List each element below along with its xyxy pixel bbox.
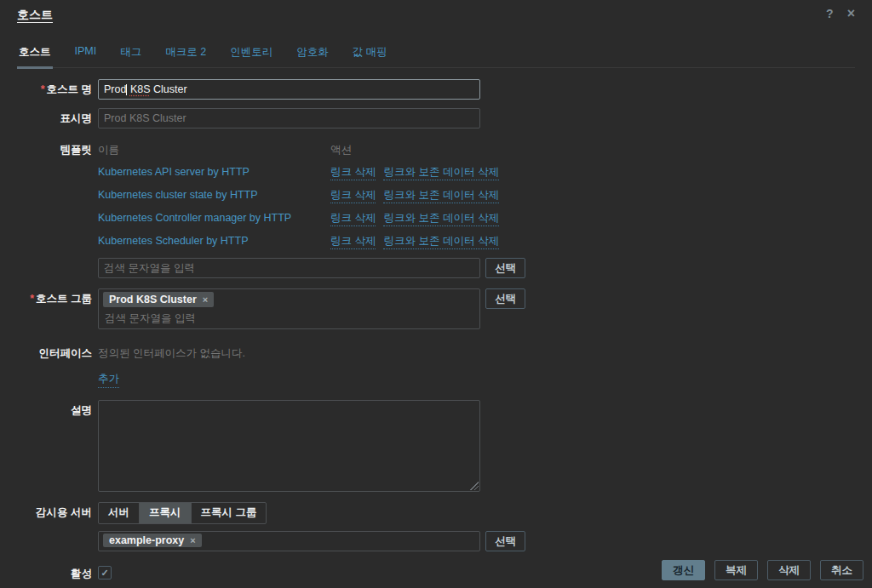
host-config-dialog: 호스트 ? × 호스트 IPMI 태그 매크로 2 인벤토리 암호화 값 매핑 …: [0, 0, 872, 588]
description-label: 설명: [17, 400, 98, 492]
enabled-checkbox[interactable]: ✓: [98, 566, 112, 579]
templates-action-header: 액션: [330, 143, 352, 157]
host-group-chip: Prod K8S Cluster ×: [103, 292, 214, 307]
templates-name-header: 이름: [98, 143, 330, 157]
visible-name-input[interactable]: [98, 108, 480, 128]
unlink-clear-action[interactable]: 링크와 보존 데이터 삭제: [383, 235, 498, 249]
host-name-input[interactable]: Prod K8S Cluster: [98, 79, 480, 100]
misspelled-word: K8S: [130, 83, 151, 95]
tab-bar: 호스트 IPMI 태그 매크로 2 인벤토리 암호화 값 매핑: [17, 41, 855, 68]
monitored-by-label: 감시용 서버: [17, 502, 98, 551]
host-form: *호스트 명 Prod K8S Cluster 표시명 템플릿 이름 액션: [17, 79, 855, 580]
template-row: Kubernetes Scheduler by HTTP 링크 삭제 링크와 보…: [98, 235, 528, 249]
checkmark-icon: ✓: [100, 568, 108, 579]
unlink-clear-action[interactable]: 링크와 보존 데이터 삭제: [383, 166, 498, 180]
host-groups-label: *호스트 그룹: [17, 288, 98, 329]
unlink-action[interactable]: 링크 삭제: [330, 166, 376, 180]
proxy-select-button[interactable]: 선택: [485, 531, 525, 551]
template-link[interactable]: Kubernetes Scheduler by HTTP: [98, 235, 248, 247]
template-row: Kubernetes API server by HTTP 링크 삭제 링크와 …: [98, 166, 528, 180]
dialog-controls: ? ×: [826, 7, 855, 20]
host-name-label: *호스트 명: [17, 79, 98, 100]
proxy-chip: example-proxy ×: [103, 534, 202, 547]
host-name-row: *호스트 명 Prod K8S Cluster: [17, 79, 855, 100]
close-icon[interactable]: ×: [847, 7, 855, 20]
host-groups-placeholder: 검색 문자열을 입력: [103, 311, 475, 326]
interfaces-empty-text: 정의된 인터페이스가 없습니다.: [98, 343, 480, 361]
monitored-by-row: 감시용 서버 서버 프록시 프록시 그룹 example-proxy ×: [17, 502, 855, 551]
monitored-by-option-server[interactable]: 서버: [99, 503, 139, 523]
unlink-clear-action[interactable]: 링크와 보존 데이터 삭제: [383, 189, 498, 203]
visible-name-label: 표시명: [17, 108, 98, 128]
tab-tags[interactable]: 태그: [118, 41, 143, 69]
interface-add-link[interactable]: 추가: [98, 372, 119, 388]
unlink-action[interactable]: 링크 삭제: [330, 235, 376, 249]
host-groups-select-button[interactable]: 선택: [485, 288, 525, 309]
proxy-multiselect[interactable]: example-proxy ×: [98, 531, 480, 551]
dialog-footer: 갱신 복제 삭제 취소: [662, 560, 863, 580]
template-link[interactable]: Kubernetes Controller manager by HTTP: [98, 212, 291, 224]
delete-button[interactable]: 삭제: [767, 560, 811, 580]
description-textarea[interactable]: [98, 400, 480, 492]
tab-host[interactable]: 호스트: [17, 41, 53, 69]
interfaces-label: 인터페이스: [17, 343, 98, 388]
templates-row: 템플릿 이름 액션 Kubernetes API server by HTTP …: [17, 140, 855, 278]
monitored-by-option-proxy[interactable]: 프록시: [139, 503, 191, 523]
tab-ipmi[interactable]: IPMI: [73, 41, 99, 69]
templates-label: 템플릿: [17, 140, 98, 278]
clone-button[interactable]: 복제: [714, 560, 758, 580]
template-row: Kubernetes Controller manager by HTTP 링크…: [98, 212, 528, 226]
monitored-by-option-proxy-group[interactable]: 프록시 그룹: [191, 503, 267, 523]
host-groups-multiselect[interactable]: Prod K8S Cluster × 검색 문자열을 입력: [98, 288, 480, 329]
template-search-input[interactable]: [98, 258, 480, 278]
dialog-header: 호스트 ? ×: [17, 0, 855, 23]
monitored-by-segmented-control: 서버 프록시 프록시 그룹: [98, 502, 267, 524]
required-asterisk: *: [30, 293, 34, 305]
dialog-title: 호스트: [17, 8, 53, 23]
resize-handle-icon[interactable]: [470, 482, 479, 490]
unlink-clear-action[interactable]: 링크와 보존 데이터 삭제: [383, 212, 498, 226]
description-row: 설명: [17, 400, 855, 492]
unlink-action[interactable]: 링크 삭제: [330, 212, 376, 226]
templates-table-header: 이름 액션: [98, 140, 528, 157]
template-select-button[interactable]: 선택: [485, 258, 525, 278]
host-groups-row: *호스트 그룹 Prod K8S Cluster × 검색 문자열을 입력 선택: [17, 288, 855, 329]
tab-value-mapping[interactable]: 값 매핑: [351, 41, 389, 69]
interfaces-row: 인터페이스 정의된 인터페이스가 없습니다. 추가: [17, 343, 855, 388]
tab-inventory[interactable]: 인벤토리: [228, 41, 274, 69]
template-link[interactable]: Kubernetes cluster state by HTTP: [98, 189, 258, 201]
unlink-action[interactable]: 링크 삭제: [330, 189, 376, 203]
tab-macros[interactable]: 매크로 2: [164, 41, 208, 69]
template-link[interactable]: Kubernetes API server by HTTP: [98, 166, 250, 178]
visible-name-row: 표시명: [17, 108, 855, 128]
tab-encryption[interactable]: 암호화: [295, 41, 330, 69]
help-icon[interactable]: ?: [826, 8, 834, 20]
update-button[interactable]: 갱신: [662, 560, 705, 580]
enabled-label: 활성: [17, 563, 98, 580]
template-row: Kubernetes cluster state by HTTP 링크 삭제 링…: [98, 189, 528, 203]
cancel-button[interactable]: 취소: [820, 560, 863, 580]
required-asterisk: *: [41, 83, 45, 95]
chip-remove-icon[interactable]: ×: [190, 534, 195, 547]
chip-remove-icon[interactable]: ×: [203, 293, 208, 306]
